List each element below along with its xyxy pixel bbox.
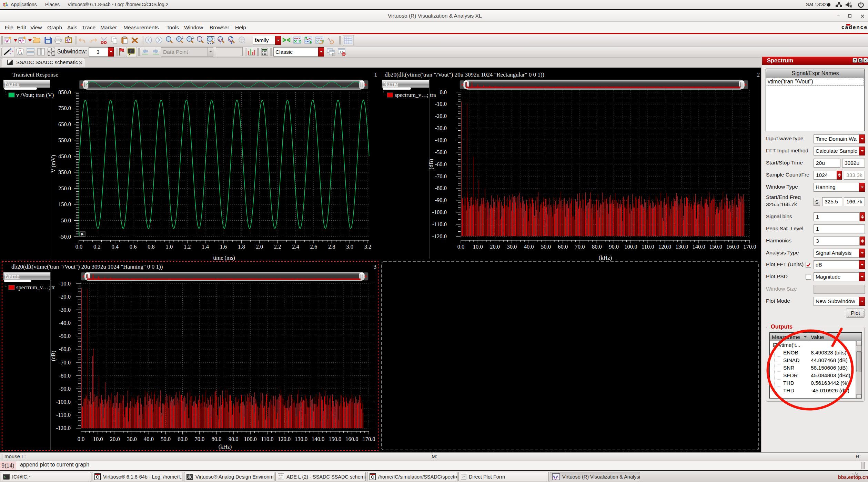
svg-text:0.0: 0.0: [440, 89, 447, 96]
svg-text:20.0: 20.0: [110, 436, 120, 442]
svg-text:-70.0: -70.0: [59, 359, 71, 366]
svg-text:20.0: 20.0: [490, 243, 500, 250]
svg-text:-100.0: -100.0: [56, 399, 71, 405]
svg-text:Name: Name: [5, 81, 20, 87]
svg-text:0.8: 0.8: [148, 243, 155, 250]
svg-text:2.8: 2.8: [328, 243, 335, 250]
svg-text:L(2): L(2): [279, 477, 282, 479]
svg-text:C: C: [96, 474, 99, 480]
svg-text:0.2: 0.2: [93, 243, 101, 250]
svg-text:750.0: 750.0: [58, 105, 71, 111]
svg-text:650.0: 650.0: [58, 121, 71, 128]
svg-text:-60.0: -60.0: [435, 161, 447, 168]
svg-text:-10.0: -10.0: [59, 280, 71, 287]
svg-text:1.6: 1.6: [220, 243, 227, 250]
svg-text:db20(dft(vtime('tran "/Vout"): db20(dft(vtime('tran "/Vout") 20u 3092u …: [11, 263, 163, 270]
svg-text:170.0: 170.0: [743, 243, 756, 250]
svg-text:60.0: 60.0: [178, 436, 188, 442]
svg-text:-90.0: -90.0: [59, 385, 71, 392]
svg-text:100.0: 100.0: [624, 243, 637, 250]
svg-text:-80.0: -80.0: [59, 372, 71, 379]
svg-text:1.8: 1.8: [238, 243, 245, 250]
svg-text:-110.0: -110.0: [432, 221, 447, 228]
svg-text:spectrum_v…; tr: spectrum_v…; tr: [16, 284, 55, 291]
svg-text:0.4: 0.4: [111, 243, 119, 250]
svg-text:-40.0: -40.0: [59, 320, 71, 326]
svg-text:150.0: 150.0: [709, 243, 722, 250]
svg-text:V (mV): V (mV): [50, 155, 57, 172]
svg-text:-120.0: -120.0: [56, 425, 71, 431]
svg-text:10.0: 10.0: [93, 436, 103, 442]
svg-text:0.6: 0.6: [130, 243, 137, 250]
svg-text:110.0: 110.0: [642, 243, 654, 250]
svg-text:40.0: 40.0: [144, 436, 154, 442]
svg-text:70.0: 70.0: [194, 436, 204, 442]
svg-text:Transient Response: Transient Response: [12, 71, 58, 78]
svg-text:30.0: 30.0: [127, 436, 137, 442]
svg-text:120.0: 120.0: [278, 436, 291, 442]
svg-text:-20.0: -20.0: [59, 293, 71, 300]
svg-text:time (ms): time (ms): [213, 254, 235, 261]
svg-text:90.0: 90.0: [229, 436, 239, 442]
svg-text:70.0: 70.0: [575, 243, 585, 250]
svg-text:130.0: 130.0: [675, 243, 688, 250]
svg-text:1: 1: [374, 71, 377, 78]
svg-text:-90.0: -90.0: [435, 197, 447, 203]
svg-text:(dB): (dB): [428, 159, 434, 169]
svg-text:2: 2: [757, 71, 760, 78]
svg-text:-50.0: -50.0: [59, 233, 71, 240]
svg-text:3: 3: [374, 263, 376, 270]
svg-text:90.0: 90.0: [609, 243, 619, 250]
svg-text:-50.0: -50.0: [59, 333, 71, 339]
svg-text:120.0: 120.0: [658, 243, 671, 250]
svg-text:140.0: 140.0: [692, 243, 705, 250]
svg-text:40.0: 40.0: [524, 243, 534, 250]
svg-text:-30.0: -30.0: [59, 307, 71, 313]
svg-text:110.0: 110.0: [261, 436, 274, 442]
svg-text:50.0: 50.0: [61, 217, 71, 224]
svg-text:v /Vout; tran (V): v /Vout; tran (V): [16, 92, 54, 98]
svg-text:0.0: 0.0: [78, 436, 85, 442]
svg-text:2.6: 2.6: [310, 243, 317, 250]
svg-text:-30.0: -30.0: [435, 125, 447, 131]
svg-text:3.2: 3.2: [364, 243, 372, 250]
svg-text:450.0: 450.0: [58, 153, 71, 160]
svg-text:-50.0: -50.0: [435, 149, 447, 155]
svg-text:-80.0: -80.0: [435, 185, 447, 191]
svg-text:60.0: 60.0: [558, 243, 568, 250]
svg-text:160.0: 160.0: [345, 436, 358, 442]
svg-text:160.0: 160.0: [726, 243, 739, 250]
svg-text:2.0: 2.0: [256, 243, 263, 250]
svg-text:1.2: 1.2: [184, 243, 191, 250]
svg-text:2.2: 2.2: [274, 243, 281, 250]
svg-text:550.0: 550.0: [58, 137, 71, 143]
svg-text:0.0: 0.0: [457, 243, 465, 250]
svg-text:140.0: 140.0: [312, 436, 324, 442]
svg-text:Name: Name: [5, 273, 20, 279]
svg-text:-40.0: -40.0: [435, 137, 447, 143]
svg-text:50.0: 50.0: [541, 243, 551, 250]
svg-text:250.0: 250.0: [58, 185, 71, 192]
svg-text:-100.0: -100.0: [432, 209, 447, 215]
svg-text:50.0: 50.0: [161, 436, 171, 442]
svg-text:Name: Name: [383, 81, 398, 87]
svg-text:1.0: 1.0: [166, 243, 173, 250]
svg-text:850.0: 850.0: [58, 89, 71, 96]
svg-text:-10.0: -10.0: [435, 101, 447, 107]
svg-text:db20(dft(vtime('tran "/Vout"): db20(dft(vtime('tran "/Vout") 20u 3092u …: [385, 71, 544, 78]
svg-text:-20.0: -20.0: [435, 113, 447, 119]
svg-text:spectrum_v…; tra: spectrum_v…; tra: [395, 92, 436, 98]
svg-text:10.0: 10.0: [473, 243, 483, 250]
svg-text:0.0: 0.0: [75, 243, 83, 250]
svg-text:1.4: 1.4: [202, 243, 209, 250]
svg-text:150.0: 150.0: [329, 436, 341, 442]
svg-text:80.0: 80.0: [212, 436, 222, 442]
svg-text:-70.0: -70.0: [435, 173, 447, 180]
svg-text:350.0: 350.0: [58, 169, 71, 175]
svg-text:-60.0: -60.0: [59, 346, 71, 352]
svg-text:100.0: 100.0: [244, 436, 257, 442]
svg-text:2.4: 2.4: [292, 243, 299, 250]
svg-text:170.0: 170.0: [362, 436, 375, 442]
svg-text:C: C: [371, 474, 374, 480]
svg-text:-120.0: -120.0: [432, 233, 447, 240]
